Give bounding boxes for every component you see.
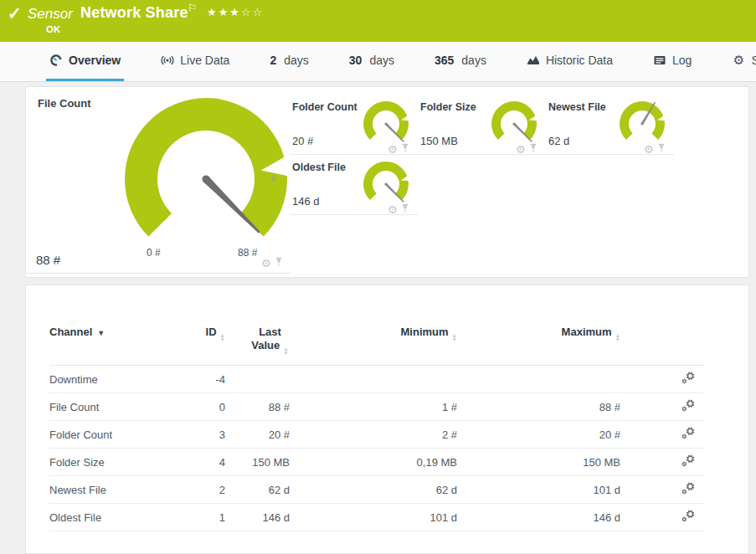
edit-channel-icon[interactable] [681, 454, 696, 470]
tab-label: Log [672, 54, 692, 67]
channel-minimum: 62 d [290, 484, 457, 496]
flag-icon[interactable]: ⚐ [188, 2, 198, 14]
status-badge: OK [46, 24, 60, 34]
channel-maximum: 88 # [457, 401, 620, 413]
channel-id: 0 [177, 401, 225, 413]
tab-30-days[interactable]: 30days [346, 42, 398, 81]
tab-label: Settings [751, 54, 756, 67]
gauge-tools: ⚙ [516, 141, 537, 156]
gear-icon[interactable]: ⚙ [516, 144, 526, 155]
gauge-title: Folder Size [420, 101, 476, 113]
tab-365-days[interactable]: 365days [431, 42, 490, 81]
channel-id: 1 [177, 511, 225, 524]
edit-channel-icon[interactable] [681, 371, 696, 387]
channel-id: -4 [177, 373, 225, 386]
channel-name: Newest File [49, 484, 177, 496]
edit-channel-icon[interactable] [681, 426, 696, 443]
gear-icon[interactable]: ⚙ [261, 258, 271, 269]
chart-icon [527, 54, 540, 67]
channel-table: Channel▼ID▲▼Last Value▲▼Minimum▲▼Maximum… [49, 285, 704, 531]
gauge-title: Folder Count [292, 101, 357, 113]
edit-channel-icon[interactable] [681, 509, 696, 526]
prtg-sensor-overview-page: { "header": { "status_icon": "✓", "kind_… [0, 0, 756, 554]
average-marker-label: x̄ [271, 173, 276, 183]
tab-live-data[interactable]: Live Data [157, 42, 233, 81]
channel-table-header: Channel▼ID▲▼Last Value▲▼Minimum▲▼Maximum… [49, 285, 704, 366]
sort-desc-icon: ▼ [97, 329, 105, 337]
channel-minimum: 0,19 MB [290, 456, 457, 469]
gauge-tools: ⚙ [261, 255, 283, 270]
gauge-title: Oldest File [292, 162, 346, 173]
tab-label: days [461, 54, 486, 67]
sort-arrows-icon: ▲▼ [283, 346, 288, 355]
gauge-cell-newest-file: Newest File62 d⚙ [546, 95, 674, 155]
sort-arrows-icon: ▲▼ [615, 333, 620, 341]
tab-overview[interactable]: Overview [46, 42, 124, 81]
channel-name: Oldest File [49, 511, 177, 524]
gear-icon[interactable]: ⚙ [388, 204, 398, 215]
channel-last-value: 62 d [225, 484, 290, 496]
gear-icon[interactable]: ⚙ [644, 144, 654, 155]
channel-minimum: 2 # [290, 428, 457, 441]
gauge-current-value: 146 d [292, 195, 320, 208]
gauge-scale-max: 88 # [238, 247, 257, 259]
channel-name: Folder Count [49, 428, 177, 441]
gauge-cell-oldest-file: Oldest File146 d⚙ [290, 155, 418, 215]
channel-id: 4 [177, 456, 225, 469]
col-header-id[interactable]: ID▲▼ [177, 326, 225, 341]
gauge-title: File Count [38, 97, 91, 110]
log-icon [653, 54, 666, 67]
tab-settings[interactable]: ⚙Settings [728, 42, 756, 81]
tab-number: 30 [349, 54, 363, 67]
channel-minimum: 1 # [290, 401, 457, 413]
tab-historic-data[interactable]: Historic Data [523, 42, 616, 81]
edit-channel-icon[interactable] [681, 481, 696, 498]
tab-number: 365 [435, 54, 454, 67]
sensor-status-bar: ✓ Sensor Network Share ⚐ ★★★☆☆ OK [0, 0, 756, 42]
channel-id: 2 [177, 484, 225, 496]
status-check-icon: ✓ [8, 3, 22, 23]
channel-row-newest-file: Newest File262 d62 d101 d [49, 476, 704, 504]
channel-last-value: 150 MB [225, 456, 290, 469]
channel-last-value: 88 # [225, 401, 290, 413]
tab-2-days[interactable]: 2days [266, 42, 311, 81]
col-header-last-value[interactable]: Last Value▲▼ [225, 326, 290, 355]
edit-channel-icon[interactable] [681, 398, 696, 415]
object-kind-label: Sensor [28, 6, 73, 23]
pin-icon[interactable] [657, 141, 666, 156]
channel-minimum: 101 d [290, 511, 457, 524]
gauge-cell-file-count: File Count 0 # 88 # 88 # x̄ ⚙ [26, 87, 291, 274]
priority-stars[interactable]: ★★★☆☆ [207, 6, 264, 18]
col-header-maximum[interactable]: Maximum▲▼ [457, 326, 620, 341]
gauge-tools: ⚙ [388, 202, 409, 217]
col-header-channel[interactable]: Channel▼ [49, 326, 177, 338]
gauge-cell-folder-size: Folder Size150 MB⚙ [418, 95, 546, 155]
tab-number: 2 [270, 54, 276, 67]
live-icon [161, 54, 174, 67]
file-count-gauge [121, 94, 291, 264]
channel-name: File Count [49, 401, 177, 413]
tab-log[interactable]: Log [650, 42, 695, 81]
channel-row-downtime: Downtime-4 [49, 366, 704, 393]
col-header-minimum[interactable]: Minimum▲▼ [290, 326, 457, 341]
tab-bar: OverviewLive Data2days30days365daysHisto… [0, 42, 756, 82]
channel-maximum: 150 MB [457, 456, 620, 469]
channel-last-value: 146 d [225, 511, 290, 524]
gauge-current-value: 20 # [292, 135, 313, 147]
tab-label: days [369, 54, 394, 67]
tab-label: Live Data [180, 54, 229, 67]
gauge-cell-folder-count: Folder Count20 #⚙ [290, 95, 418, 155]
channel-table-panel: Channel▼ID▲▼Last Value▲▼Minimum▲▼Maximum… [25, 285, 749, 554]
channel-row-folder-count: Folder Count320 #2 #20 # [49, 421, 704, 449]
pin-icon[interactable] [529, 141, 537, 156]
channel-maximum: 146 d [457, 511, 620, 524]
pin-icon[interactable] [275, 255, 283, 270]
pin-icon[interactable] [401, 202, 409, 217]
gear-icon[interactable]: ⚙ [388, 144, 398, 155]
channel-last-value: 20 # [225, 428, 290, 441]
gauge-current-value: 150 MB [420, 135, 458, 147]
gauges-panel: File Count 0 # 88 # 88 # x̄ ⚙ Folder Cou… [25, 86, 749, 278]
tab-label: days [284, 54, 309, 67]
sensor-title: Network Share [80, 4, 188, 22]
channel-row-oldest-file: Oldest File1146 d101 d146 d [49, 504, 704, 531]
